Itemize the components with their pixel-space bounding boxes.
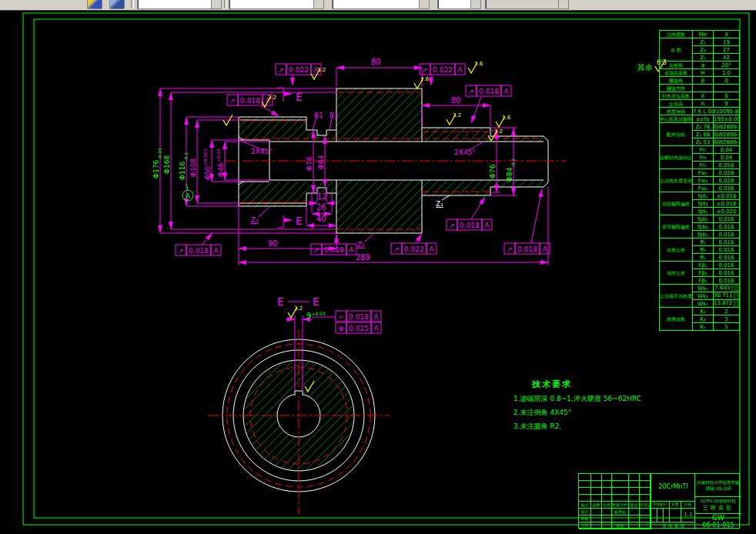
gear-table-symbol: Mn xyxy=(693,31,714,38)
mass-label: 质量 xyxy=(670,502,681,509)
dimension-text: Φ116-0.2 xyxy=(179,152,189,180)
title-block: 标记处数分区更改文件号签名年月日 设计标准化 审核 工艺批准 20CrMnTI … xyxy=(578,473,740,529)
gear-table-symbol: Z₄ 68 xyxy=(693,131,714,139)
check-row: 审核 xyxy=(579,516,651,522)
gear-table-symbol: Fw₁ xyxy=(693,169,714,177)
fcf-text: ↗ xyxy=(278,66,284,74)
revision-grid xyxy=(579,474,651,502)
gear-table-value: 0.028 xyxy=(714,177,740,185)
gear-table-value: 5 xyxy=(714,323,740,331)
fcf-text: ↗ xyxy=(393,245,400,253)
revision-header-row: 标记处数分区更改文件号签名年月日 xyxy=(579,502,651,509)
gear-table-row: 跨测齿数K₁2 xyxy=(660,308,740,315)
revision-cell xyxy=(640,481,651,488)
gear-table-value: GW2806-08 xyxy=(714,131,740,139)
gear-table-symbol: h xyxy=(693,100,714,108)
fcf-text: 0.018 xyxy=(349,313,369,321)
dimension-text: Φ76 xyxy=(489,164,497,179)
surface-finish-value: 1.6 xyxy=(502,115,511,121)
revision-cell xyxy=(612,495,629,502)
gear-table-group-label: 基节极限偏差 xyxy=(660,215,693,239)
title-block-cell xyxy=(640,509,651,516)
fcf-text: A xyxy=(542,245,547,253)
fcf-text: 0.018 xyxy=(460,222,480,229)
gear-table-group-label: 法向模数 xyxy=(660,31,693,38)
linetype-combobox[interactable] xyxy=(332,0,430,9)
gear-table-row: 径向变位系数X0 xyxy=(660,92,740,100)
layer-combobox[interactable] xyxy=(137,0,222,9)
part-name: 三联齿轮 xyxy=(695,504,741,512)
gear-table-symbol: Fβ₅ xyxy=(693,277,714,285)
tech-req-item: 2.未注倒角 4X45° xyxy=(513,408,658,418)
chevron-down-icon xyxy=(558,0,568,8)
revision-cell xyxy=(579,488,591,495)
class-label: 班级 05-2班 xyxy=(695,486,741,492)
keyway-cut xyxy=(294,387,303,396)
gear-table-value: 0.056 xyxy=(714,162,740,169)
gear-parameter-rows: 法向模数Mn4齿 数Z₁19Z₃27Z₅42齿形角α20°齿顶高系数H1.0螺旋… xyxy=(659,30,740,331)
gear-table-value: 3 xyxy=(714,315,740,323)
title-block-cell: 工艺 xyxy=(579,522,591,529)
gear-table-symbol: Fβ₁ xyxy=(693,262,714,269)
dimension-text: Φ64 xyxy=(317,155,325,169)
gear-table-group-label: 齿 数 xyxy=(660,38,693,62)
lineweight-combobox[interactable] xyxy=(437,0,481,9)
dimension-text: Φ78 xyxy=(306,156,313,171)
title-block-cell: 标记 xyxy=(579,502,591,509)
toolbar-icon-2[interactable] xyxy=(109,0,125,9)
revision-cell xyxy=(591,495,602,502)
gear-table-symbol: Fr₃ xyxy=(693,154,714,162)
gear-table-merged-value: 7 K L GB10095-88 xyxy=(693,108,740,115)
cad-canvas[interactable]: A 其余 6.3 808090289122640R1R12X xyxy=(0,11,756,534)
roughness-prefix: 其余 xyxy=(637,63,653,72)
gear-table-symbol: Fw₃ xyxy=(693,177,714,185)
fcf-text: 0.025 xyxy=(349,325,369,332)
fcf-text: ⊕ xyxy=(338,325,344,332)
chevron-down-icon[interactable] xyxy=(313,0,323,8)
gear-table-value: 4 xyxy=(714,31,740,38)
fcf-text: A xyxy=(373,313,379,321)
dimension-text: Φ168 xyxy=(163,155,171,174)
gear-table-value: 0.036 xyxy=(714,185,740,192)
chevron-down-icon[interactable] xyxy=(419,0,429,8)
title-block-cell: 更改文件号 xyxy=(612,502,629,509)
gear-table-value: ±0.020 xyxy=(714,208,740,215)
gear-table-value: 0.016 xyxy=(714,246,740,254)
dimension-text: E xyxy=(296,215,303,227)
gear-table-value: 0.04 xyxy=(714,154,740,162)
revision-cell xyxy=(602,481,612,488)
feature-control-frame: ↗0.018A xyxy=(466,85,511,96)
gear-table-row: 精度等级7 K L GB10095-88 xyxy=(660,108,740,115)
gear-parameter-table: 法向模数Mn4齿 数Z₁19Z₃27Z₅42齿形角α20°齿顶高系数H1.0螺旋… xyxy=(659,30,740,331)
gear-table-row: 中心距及其极限偏差a±fa190±0.053 xyxy=(660,115,740,123)
revision-cell xyxy=(602,488,612,495)
toolbar-icon-1[interactable] xyxy=(87,0,102,9)
gear-table-row: 法向模数Mn4 xyxy=(660,31,740,38)
title-block-cell: 标准化 xyxy=(612,509,629,516)
revision-cell xyxy=(612,481,629,488)
dimension-text: R1 xyxy=(314,112,323,119)
gear-table-value: 0.016 xyxy=(714,269,740,277)
title-block-cell: 批准 xyxy=(612,522,629,529)
feature-control-frame: ↗0.018A xyxy=(447,219,492,230)
gear-table-row: 齿距极限偏差fpt₁±0.018 xyxy=(660,192,740,200)
feature-control-frame: ↗0.022A xyxy=(420,64,465,75)
gear-table-symbol: Wk₅ xyxy=(693,300,714,308)
design-row: 设计标准化 xyxy=(579,509,651,516)
revision-cell xyxy=(640,474,651,481)
gear-table-row: 螺旋角β0 xyxy=(660,77,740,85)
fcf-text: A xyxy=(349,246,354,254)
surface-finish-icon: 1.6 xyxy=(468,61,483,73)
fcf-text: ↗ xyxy=(449,222,455,229)
chevron-down-icon[interactable] xyxy=(470,0,480,8)
dimension-text: Φ84-0.2 xyxy=(506,159,516,182)
gear-table-value: 20° xyxy=(714,62,740,69)
chevron-down-icon[interactable] xyxy=(211,0,221,8)
gear-table-value: 27 xyxy=(714,46,740,54)
technical-requirements: 技术要求 1.渗碳层深 0.8~1,淬火硬度 56~62HRC 2.未注倒角 4… xyxy=(497,379,658,432)
gear-table-row: 齿向公差Fβ₁0.016 xyxy=(660,262,740,269)
color-combobox[interactable] xyxy=(229,0,324,9)
surface-finish-value: 3.2 xyxy=(494,128,503,135)
dimension-text: Z₅ xyxy=(357,241,365,249)
feature-control-frame: ⊕0.025A xyxy=(336,322,381,333)
